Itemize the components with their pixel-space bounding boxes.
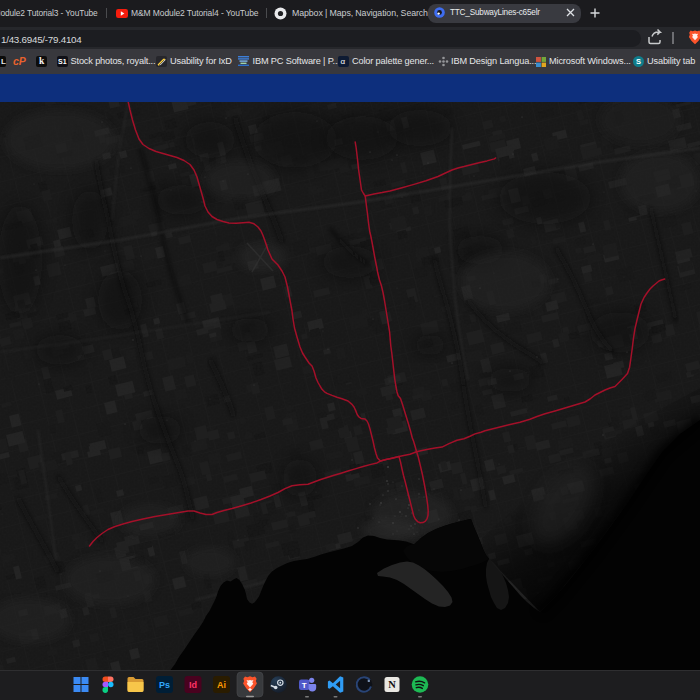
svg-text:S: S — [636, 57, 641, 66]
svg-text:Ps: Ps — [159, 680, 170, 690]
svg-text:N: N — [388, 679, 396, 690]
svg-text:Ai: Ai — [217, 680, 226, 690]
svg-text:Id: Id — [189, 680, 197, 690]
svg-text:T: T — [302, 681, 307, 690]
